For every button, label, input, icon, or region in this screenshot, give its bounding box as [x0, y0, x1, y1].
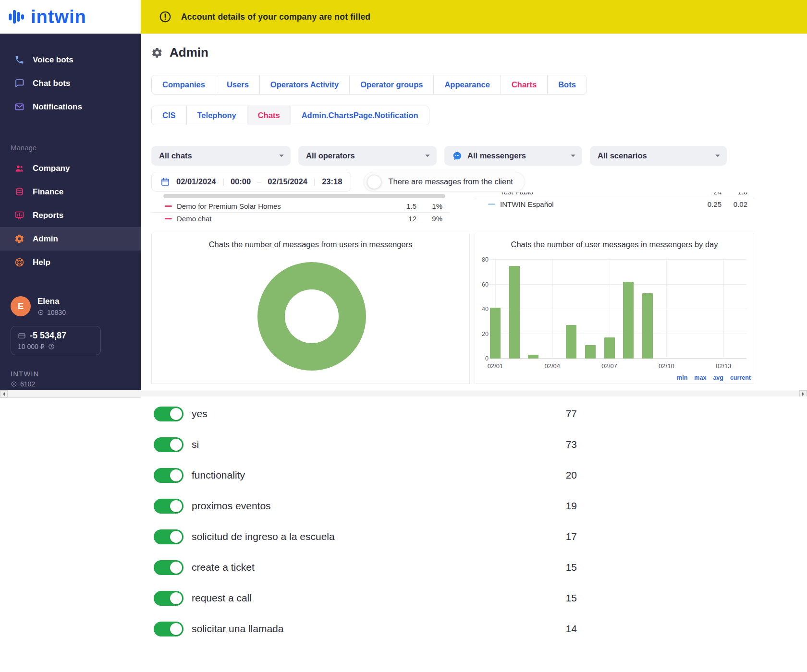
stats-table-left: Demo for Premium Solar Homes1.51%Demo ch… — [151, 192, 449, 222]
logo-text: intwin — [31, 7, 86, 27]
sidebar-item-label: Chat bots — [33, 79, 70, 88]
sidebar-item-label: Reports — [33, 211, 63, 220]
sidebar-item-reports[interactable]: Reports — [0, 204, 141, 227]
sidebar-item-help[interactable]: Help — [0, 251, 141, 274]
subtab-admin-chartspage-notification[interactable]: Admin.ChartsPage.Notification — [291, 106, 429, 125]
x-tick-label: 02/13 — [716, 362, 732, 370]
scroll-left-button[interactable] — [0, 390, 8, 397]
toggle-switch[interactable] — [154, 560, 183, 575]
toggle-switch[interactable] — [154, 499, 183, 514]
user-block[interactable]: E Elena 10830 — [11, 296, 141, 316]
tab-companies[interactable]: Companies — [151, 75, 216, 95]
sidebar-item-admin[interactable]: Admin — [0, 227, 141, 251]
gridline-vertical — [723, 260, 724, 359]
toggle-count: 73 — [552, 439, 577, 450]
chevron-down-icon — [571, 155, 575, 159]
page-title-text: Admin — [170, 45, 208, 60]
toggle-switch[interactable] — [154, 407, 183, 421]
y-tick-label: 40 — [476, 306, 489, 312]
sidebar-item-finance[interactable]: Finance — [0, 180, 141, 204]
tab-appearance[interactable]: Appearance — [433, 75, 501, 95]
scroll-left-arrow-icon — [1, 392, 5, 396]
gridline — [489, 334, 746, 334]
legend-avg[interactable]: avg — [713, 374, 723, 381]
filter-all-operators[interactable]: All operators — [298, 146, 437, 166]
balance-amount: -5 534,87 — [30, 331, 66, 341]
filter-all-chats[interactable]: All chats — [151, 146, 291, 166]
gear-icon — [151, 47, 163, 59]
table-scrollbar[interactable] — [163, 194, 445, 198]
balance-card[interactable]: -5 534,87 10 000 ₽ — [11, 326, 101, 355]
time-to[interactable]: 23:18 — [322, 177, 342, 186]
sidebar-section-label: Manage — [11, 144, 141, 152]
card-icon — [18, 332, 26, 340]
subtab-chats[interactable]: Chats — [247, 106, 291, 125]
bar — [566, 325, 576, 359]
time-from[interactable]: 00:00 — [231, 177, 251, 186]
toggle-count: 17 — [552, 531, 577, 542]
sidebar-item-voice-bots[interactable]: Voice bots — [0, 48, 141, 72]
toggle-switch[interactable] — [154, 591, 183, 606]
mail-icon — [14, 102, 24, 112]
toggle-switch[interactable] — [154, 468, 183, 483]
gridline — [489, 259, 746, 260]
subtab-telephony[interactable]: Telephony — [186, 106, 247, 125]
y-axis: 020406080 — [476, 260, 489, 359]
toggle-row: solicitud de ingreso a la escuela17 — [141, 521, 807, 552]
footer-company-id: 6102 — [20, 380, 35, 388]
warning-icon — [159, 11, 171, 23]
dropdown-value: All scenarios — [598, 151, 647, 160]
subtab-cis[interactable]: CIS — [151, 106, 187, 125]
intwin-logo-icon — [8, 7, 27, 26]
sidebar-item-notifications[interactable]: Notifications — [0, 95, 141, 119]
chevron-down-icon — [425, 155, 430, 159]
tab-bots[interactable]: Bots — [547, 75, 587, 95]
filter-all-messengers[interactable]: All messengers — [444, 146, 582, 166]
tab-operator-groups[interactable]: Operator groups — [349, 75, 434, 95]
stats-table-right: Test Fabio241.6INTWIN Español0.250.02 — [475, 192, 754, 222]
bar-chart-plot: 02/0102/0402/0702/1002/13 — [489, 260, 746, 359]
tab-users[interactable]: Users — [216, 75, 260, 95]
tab-charts[interactable]: Charts — [501, 75, 548, 95]
row-percent: 1% — [416, 202, 449, 210]
legend-min[interactable]: min — [677, 374, 687, 381]
chevron-down-icon — [715, 155, 720, 159]
row-value: 0.25 — [691, 200, 721, 208]
legend-current[interactable]: current — [730, 374, 751, 381]
toggle-knob-icon — [170, 439, 182, 451]
date-from[interactable]: 02/01/2024 — [176, 177, 216, 186]
toggle-row: yes77 — [141, 398, 807, 429]
toggle-count: 19 — [552, 500, 577, 512]
y-tick-label: 60 — [476, 281, 489, 288]
date-to[interactable]: 02/15/2024 — [268, 177, 307, 186]
sidebar-item-company[interactable]: Company — [0, 156, 141, 180]
question-icon[interactable] — [48, 343, 55, 350]
subtabs-row: CISTelephonyChatsAdmin.ChartsPage.Notifi… — [151, 106, 429, 125]
tab-operators-activity[interactable]: Operators Activity — [259, 75, 350, 95]
toggle-count: 77 — [552, 408, 577, 420]
dropdown-value: All operators — [306, 151, 355, 160]
toggle-label: yes — [192, 408, 208, 420]
x-tick-label: 02/01 — [488, 362, 503, 370]
bar-chart-panel: Chats the number of user messages in mes… — [475, 234, 754, 384]
date-range-picker[interactable]: 02/01/2024 | 00:00 – 02/15/2024 | 23:18 — [151, 172, 351, 192]
bar — [604, 337, 615, 359]
scroll-right-arrow-icon — [802, 392, 806, 396]
table-rows: Demo for Premium Solar Homes1.51%Demo ch… — [151, 200, 449, 222]
coins-icon — [14, 187, 24, 197]
toggle-switch[interactable] — [154, 529, 183, 544]
footer-company-name: INTWIN — [11, 370, 141, 378]
row-name: Test Fabio — [500, 192, 691, 196]
sidebar-item-chat-bots[interactable]: Chat bots — [0, 72, 141, 95]
toggle-switch[interactable] — [154, 437, 183, 452]
toggle-label: solicitar una llamada — [192, 623, 283, 635]
filter-all-scenarios[interactable]: All scenarios — [590, 146, 727, 166]
sidebar-nav-manage: CompanyFinanceReportsAdminHelp — [0, 156, 141, 274]
toggle-knob-icon — [170, 500, 182, 512]
toggle-switch[interactable] — [154, 622, 183, 636]
legend-max[interactable]: max — [694, 374, 706, 381]
y-tick-label: 0 — [476, 355, 489, 362]
client-messages-toggle[interactable]: There are messages from the client — [364, 172, 525, 192]
y-tick-label: 80 — [476, 256, 489, 263]
toggle-knob-icon — [170, 592, 182, 604]
